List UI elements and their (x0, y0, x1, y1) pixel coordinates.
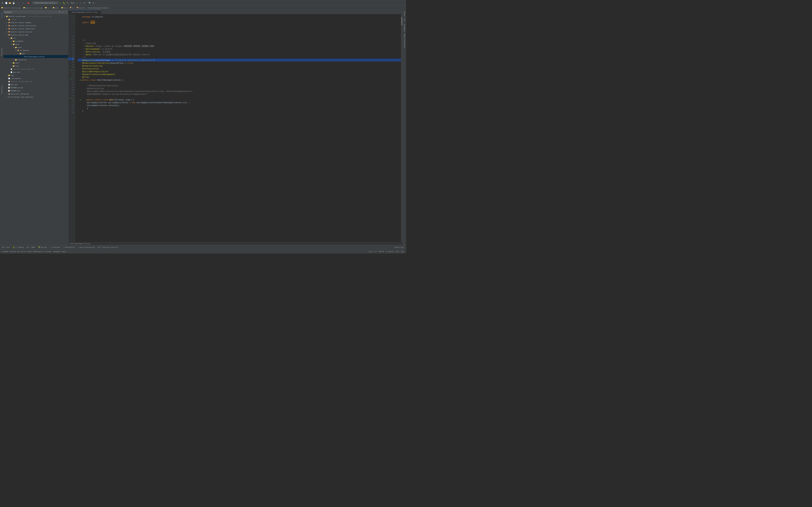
menu-icon[interactable]: ☰ (1, 1, 4, 4)
gear-icon[interactable]: ⚙ (61, 11, 64, 13)
breadcrumb-item-main[interactable]: 📁 main (52, 7, 59, 9)
sync-btn[interactable]: ⟳ (58, 11, 61, 13)
tree-arrow-repository[interactable]: ▶ (6, 27, 8, 30)
tree-arrow-web[interactable]: ▼ (6, 34, 8, 36)
git-check[interactable]: ✓ (75, 1, 78, 4)
ant-panel-btn[interactable]: Ant (403, 18, 406, 23)
tree-web-iml[interactable]: 📋 health-record-web.iml (3, 67, 68, 70)
settings-icon[interactable]: ⚙ (92, 1, 95, 4)
event-log-btn[interactable]: Event Log (393, 246, 405, 248)
build-icon[interactable]: 🔨 (66, 1, 69, 4)
tree-src[interactable]: ▼ 📁 src (3, 36, 68, 40)
tree-arrow-interaction[interactable]: ▶ (6, 24, 8, 27)
bookmark-icon[interactable]: 🔖 (27, 1, 30, 4)
tree-arrow-resources[interactable]: ▶ (12, 59, 15, 61)
breadcrumb-item-java[interactable]: 📁 java (61, 7, 68, 9)
tree-arrow-java[interactable]: ▼ (12, 46, 15, 49)
tree-arrow-test[interactable]: ▶ (10, 65, 12, 67)
tree-java[interactable]: ▼ 📁 java (3, 46, 68, 49)
maven-panel-btn[interactable]: Maven (403, 10, 406, 17)
breadcrumb-item-src[interactable]: 📁 src (45, 7, 50, 9)
todo-tool-btn[interactable]: ≡ 6: TODO (25, 246, 37, 248)
new-file-icon[interactable]: 📄 (5, 1, 8, 4)
breadcrumb-item-web[interactable]: 📁 health-record-web (23, 7, 43, 9)
git-push[interactable]: ↑ (79, 1, 82, 4)
tree-ext-libs[interactable]: ▶ 📚 External Libraries (3, 92, 68, 95)
tree-arrow-src[interactable]: ▼ (8, 37, 10, 39)
run-btn[interactable]: ▶ (59, 1, 62, 4)
terminal-tool-btn[interactable]: >_ Terminal (49, 246, 61, 248)
tab-close-btn[interactable]: × (98, 11, 99, 13)
tree-arrow-idea[interactable]: ▶ (6, 18, 8, 20)
scrollbar-thumb[interactable] (401, 17, 402, 25)
tree-readme-en[interactable]: 📝 README.en.md (3, 86, 68, 89)
tree-readme[interactable]: 📝 README.md (3, 89, 68, 92)
tree-arrow-api[interactable]: ▶ (17, 52, 19, 55)
tree-idea[interactable]: ▶ 📁 .idea (3, 18, 68, 21)
checkstyle-tool-btn[interactable]: ✓ CheckStyle (62, 246, 76, 248)
tree-gitignore[interactable]: 📄 .gitignore (3, 77, 68, 80)
tree-arrow-ext-libs[interactable]: ▶ (6, 93, 8, 95)
tree-repository[interactable]: ▶ 📦 health-record-repository (3, 27, 68, 30)
run-configuration[interactable]: ▶ HealthApiApplication ▾ (33, 1, 58, 4)
tree-arrow-common[interactable]: ▶ (6, 21, 8, 24)
git-fetch[interactable]: ⟳ (83, 1, 86, 4)
tree-service[interactable]: ▶ 📦 health-record-service (3, 30, 68, 33)
tree-root[interactable]: ▼ 📁 health-record-api ~/GitCode/health-r… (3, 15, 68, 18)
tree-arrow-root[interactable]: ▼ (3, 15, 6, 17)
breadcrumb-item-api[interactable]: 📁 health-record-api (1, 7, 21, 9)
breadcrumb-item-class[interactable]: ☕ HealthApiApplication (87, 7, 109, 9)
search-icon[interactable]: 🔍 (88, 1, 92, 4)
tree-cn-health[interactable]: ▼ 📦 cn.health (3, 49, 68, 52)
bean-validation-panel-btn[interactable]: Bean Validation (403, 33, 406, 49)
java-enterprise-tool-btn[interactable]: ☕ Java Enterprise (77, 246, 96, 248)
debug-btn[interactable]: 🐛 (63, 1, 66, 4)
line-ending[interactable]: LF (374, 249, 378, 254)
tree-arrow-log[interactable]: ▶ (6, 74, 8, 76)
tree-test[interactable]: ▶ 📁 test (3, 64, 68, 67)
code-editor[interactable]: 1 2 3 11 12 13 14 15 16 17 18 19 20 21 2… (68, 14, 402, 242)
database-panel-btn[interactable]: Database (403, 23, 406, 33)
back-icon[interactable]: ← (18, 1, 21, 4)
tree-scratches[interactable]: ▶ 🗒 Scratches and Consoles (3, 95, 68, 98)
structure-icon[interactable]: Structure (1, 47, 3, 57)
tree-main[interactable]: ▼ 📁 main (3, 43, 68, 46)
debug-tool-btn[interactable]: 🐛 5: Debug (11, 246, 24, 248)
run-tool-btn[interactable]: ▶ 4: Run (1, 246, 11, 248)
tree-web[interactable]: ▼ 📦 health-record-web (3, 33, 68, 36)
tree-arrow-service[interactable]: ▶ (6, 31, 8, 33)
tree-api[interactable]: ▶ 📁 api (3, 52, 68, 55)
tree-log[interactable]: ▶ 📁 log (3, 73, 68, 77)
tree-interaction[interactable]: ▶ 📦 health-record-interaction (3, 24, 68, 27)
tree-pom-web[interactable]: 📄 pom.xml (3, 70, 68, 73)
encoding[interactable]: UTF-8 (378, 249, 385, 254)
git-icon[interactable]: Git: (72, 1, 75, 4)
breadcrumb-item-health[interactable]: 📦 health (76, 7, 85, 9)
git-branch[interactable]: Git: dev (395, 249, 405, 254)
tree-arrow-scratches[interactable]: ▶ (6, 96, 8, 98)
tree-arrow-main[interactable]: ▼ (10, 43, 12, 45)
vertical-scrollbar[interactable] (401, 14, 402, 242)
cursor-position[interactable]: 19:1 (368, 249, 373, 254)
breadcrumb-item-cn[interactable]: 📦 cn (70, 7, 74, 9)
forward-icon[interactable]: → (21, 1, 24, 4)
tree-pom-root[interactable]: 📄 pom.xml (3, 83, 68, 86)
open-icon[interactable]: 📂 (8, 1, 11, 4)
project-icon[interactable]: Project (1, 11, 3, 19)
tree-healthapi[interactable]: ☕ HealthApiApplication (3, 55, 68, 58)
version-control-tool-btn[interactable]: ⑨ 9: Version Control (96, 246, 119, 248)
tree-common[interactable]: ▶ 📦 health-record-common (3, 21, 68, 24)
tree-resources[interactable]: ▶ 📁 resources (3, 58, 68, 61)
tab-healthapi[interactable]: ☕ HealthApiApplication.java × (68, 10, 101, 14)
spring-tool-btn[interactable]: 🌱 Spring (37, 246, 48, 248)
minimize-btn[interactable]: − (65, 11, 67, 13)
tree-arrow-cn-health[interactable]: ▼ (15, 49, 17, 52)
favorites-icon[interactable]: Favorites (1, 85, 3, 95)
indent[interactable]: 4 spaces (385, 249, 395, 254)
tree-arrow-assembly[interactable]: ▶ (10, 40, 12, 42)
tree-arrow-sbin[interactable]: ▶ (10, 62, 12, 64)
code-content[interactable]: package cn.health; import ... (75, 14, 401, 242)
tree-sbin[interactable]: ▶ 📁 sbin (3, 61, 68, 64)
tree-assembly[interactable]: ▶ 📁 assembly (3, 40, 68, 43)
tree-api-iml[interactable]: 📋 health-record-api.iml (3, 80, 68, 83)
